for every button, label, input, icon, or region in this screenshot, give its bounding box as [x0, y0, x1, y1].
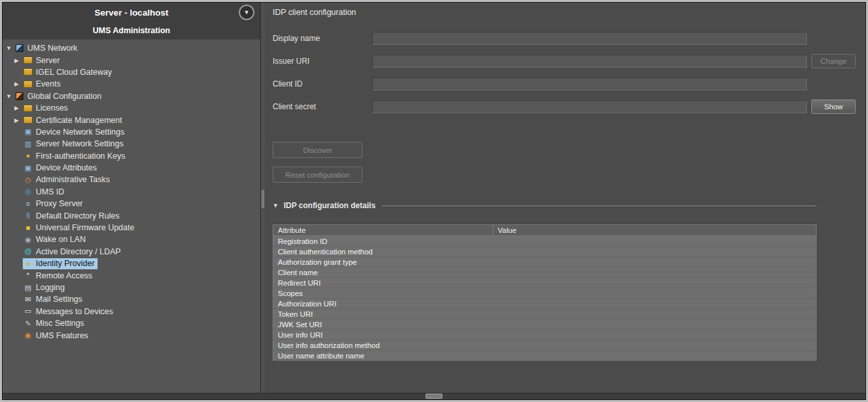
table-row-redirect-uri[interactable]: Redirect URI [273, 278, 817, 288]
folder-icon [23, 68, 33, 76]
triangle-down-icon: ▼ [244, 10, 250, 16]
tree-item-identity-provider[interactable]: ●Identity Provider [3, 258, 260, 269]
issuer-uri-input[interactable] [372, 55, 807, 68]
tree-item-events[interactable]: ▶Events [3, 78, 260, 90]
ums-id-icon: ◎ [23, 187, 33, 196]
tree-item-wake-on-lan[interactable]: ◉Wake on LAN [3, 234, 260, 245]
sidebar-splitter[interactable] [261, 3, 265, 393]
table-row-scopes[interactable]: Scopes [273, 288, 817, 299]
table-row-user-info-authorization-method[interactable]: User info authorization method [273, 340, 817, 351]
value-cell [493, 319, 817, 330]
bottom-splitter-handle[interactable] [426, 394, 442, 399]
app-body: Server - localhost ▼ UMS Administration … [3, 3, 865, 393]
tree-item-label: IGEL Cloud Gateway [36, 68, 112, 77]
tree-item-label: Remote Access [36, 271, 92, 280]
collapse-triangle-icon[interactable]: ▼ [273, 202, 278, 209]
server-dropdown-button[interactable]: ▼ [239, 5, 254, 20]
table-row-authorization-grant-type[interactable]: Authorization grant type [273, 257, 817, 267]
value-cell [493, 267, 817, 278]
tree-item-certificate-management[interactable]: ▶Certificate Management [3, 114, 260, 126]
identity-provider-icon: ● [23, 260, 33, 268]
tree-item-active-directory-ldap[interactable]: @Active Directory / LDAP [3, 246, 260, 258]
show-button[interactable]: Show [811, 100, 856, 114]
value-cell [493, 309, 817, 319]
value-cell [493, 278, 817, 288]
tree-item-default-directory-rules[interactable]: §Default Directory Rules [3, 209, 260, 221]
tree-item-server-network-settings[interactable]: ▥Server Network Settings [3, 138, 260, 150]
attribute-cell: Client authentication method [273, 247, 493, 257]
expanded-triangle-icon[interactable]: ▼ [6, 93, 14, 100]
splitter-handle[interactable] [262, 190, 264, 208]
collapsed-arrow-icon[interactable]: ▶ [14, 57, 23, 64]
misc-settings-icon: ✎ [23, 319, 33, 328]
tree-item-label: Logging [36, 283, 65, 292]
value-cell [493, 236, 817, 247]
ums-features-icon: ◉ [23, 331, 33, 340]
collapsed-arrow-icon[interactable]: ▶ [14, 81, 23, 87]
table-row-token-uri[interactable]: Token URI [273, 309, 817, 319]
folder-icon [23, 104, 33, 113]
panel-title: IDP client configuration [273, 8, 859, 17]
tree-item-server[interactable]: ▶Server [3, 54, 260, 66]
reset-configuration-button[interactable]: Reset configuration [273, 167, 362, 183]
table-row-user-info-uri[interactable]: User info URI [273, 330, 817, 340]
table-row-user-name-attribute-name[interactable]: User name attribute name [273, 351, 817, 361]
tree-item-label: Server [36, 56, 60, 65]
client-secret-input[interactable] [372, 100, 807, 113]
tree-item-logging[interactable]: ▤Logging [3, 282, 260, 293]
main-panel: IDP client configuration Display nameIss… [265, 3, 865, 393]
table-row-authorization-uri[interactable]: Authorization URI [273, 299, 817, 309]
table-row-client-authentication-method[interactable]: Client authentication method [273, 247, 817, 257]
details-title: IDP configuration details [284, 201, 375, 210]
tree-item-ums-features[interactable]: ◉UMS Features [3, 329, 260, 341]
client-id-label: Client ID [273, 79, 372, 88]
tree-item-proxy-server[interactable]: ≡Proxy Server [3, 198, 260, 209]
tree-item-ums-network[interactable]: ▼UMS Network [3, 42, 260, 54]
folder-icon [23, 116, 33, 124]
tree-item-label: UMS Features [36, 331, 88, 340]
tree-item-universal-firmware-update[interactable]: ■Universal Firmware Update [3, 222, 260, 234]
mail-settings-icon: ✉ [23, 295, 33, 304]
tree-item-label: Identity Provider [36, 259, 94, 268]
sidebar-subtitle: UMS Administration [3, 22, 260, 40]
tree-item-licenses[interactable]: ▶Licenses [3, 102, 260, 114]
value-cell [493, 351, 817, 361]
tree-item-device-attributes[interactable]: ▣Device Attributes [3, 162, 260, 174]
collapsed-arrow-icon[interactable]: ▶ [14, 117, 23, 124]
tree-item-label: Active Directory / LDAP [36, 247, 121, 256]
tree-item-first-authentication-keys[interactable]: ●First-authentication Keys [3, 150, 260, 162]
collapsed-arrow-icon[interactable]: ▶ [14, 105, 23, 111]
column-header-attribute[interactable]: Attribute [273, 225, 493, 236]
messages-icon: ▭ [23, 307, 33, 315]
tree-item-messages-to-devices[interactable]: ▭Messages to Devices [3, 306, 260, 317]
column-header-value[interactable]: Value [493, 225, 817, 236]
change-button[interactable]: Change [811, 54, 856, 68]
expanded-triangle-icon[interactable]: ▼ [6, 45, 14, 51]
tree-item-label: Wake on LAN [36, 235, 86, 244]
attribute-cell: Client name [273, 267, 493, 278]
tree-item-label: Server Network Settings [36, 139, 124, 148]
tree-item-remote-access[interactable]: *Remote Access [3, 269, 260, 281]
tree-item-mail-settings[interactable]: ✉Mail Settings [3, 293, 260, 305]
client-id-input[interactable] [372, 77, 807, 90]
tree-item-administrative-tasks[interactable]: ◷Administrative Tasks [3, 174, 260, 185]
tree-item-misc-settings[interactable]: ✎Misc Settings [3, 317, 260, 329]
display-name-input[interactable] [372, 32, 807, 45]
tree-item-igel-cloud-gateway[interactable]: IGEL Cloud Gateway [3, 66, 260, 78]
attribute-cell: Authorization URI [273, 299, 493, 309]
table-row-registration-id[interactable]: Registration ID [273, 236, 817, 247]
remote-access-icon: * [23, 271, 33, 280]
table-row-client-name[interactable]: Client name [273, 267, 817, 278]
tree-item-device-network-settings[interactable]: ▣Device Network Settings [3, 126, 260, 138]
tree-item-label: Licenses [36, 103, 68, 113]
tree-item-label: Proxy Server [36, 199, 83, 208]
attribute-cell: Registration ID [273, 236, 493, 247]
tree-item-global-configuration[interactable]: ▼Global Configuration [3, 90, 260, 102]
discover-button[interactable]: Discover [273, 142, 362, 158]
tree-item-ums-id[interactable]: ◎UMS ID [3, 186, 260, 198]
field-row-client-id: Client ID [273, 77, 859, 90]
table-row-jwk-set-uri[interactable]: JWK Set URI [273, 319, 817, 330]
attribute-cell: JWK Set URI [273, 319, 493, 330]
tree-item-label: Messages to Devices [36, 307, 113, 316]
server-network-icon: ▥ [23, 140, 33, 148]
